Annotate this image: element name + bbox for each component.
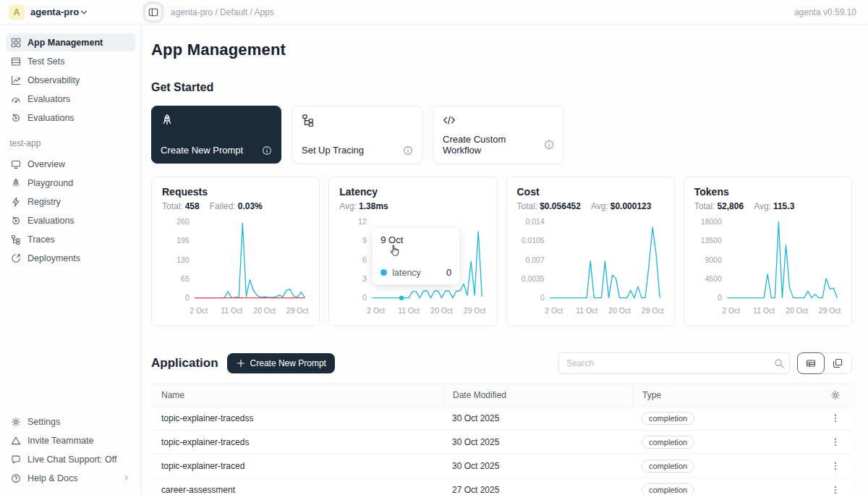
main-content: App Management Get Started Create New Pr…: [142, 25, 868, 495]
type-badge: completion: [642, 412, 694, 425]
rocket-icon: [161, 114, 174, 127]
get-started-card-set-up-tracing[interactable]: Set Up Tracing: [292, 106, 422, 164]
svg-text:2 Oct: 2 Oct: [367, 307, 385, 315]
svg-text:0: 0: [540, 294, 544, 302]
chart-title: Requests: [162, 186, 309, 198]
sidebar-item-deployments[interactable]: Deployments: [6, 249, 135, 267]
page-title: App Management: [151, 41, 852, 59]
cards-view-button[interactable]: [824, 353, 851, 373]
table-row[interactable]: career-assessment27 Oct 2025completion: [151, 478, 852, 495]
help-icon: [11, 473, 21, 483]
table-view-button[interactable]: [797, 352, 825, 374]
info-icon[interactable]: [544, 140, 554, 150]
get-started-card-create-new-prompt[interactable]: Create New Prompt: [151, 106, 281, 164]
sidebar-item-label: App Management: [27, 38, 103, 48]
sidebar-item-label: Registry: [27, 197, 61, 207]
info-icon[interactable]: [262, 145, 272, 156]
code-icon: [443, 114, 456, 127]
cost-line-chart[interactable]: 00.00350.0070.01050.0142 Oct11 Oct20 Oct…: [517, 213, 664, 321]
row-menu-icon[interactable]: [830, 413, 841, 423]
type-badge: completion: [642, 436, 694, 449]
table-row[interactable]: topic-explainer-traced30 Oct 2025complet…: [151, 454, 852, 478]
svg-text:2 Oct: 2 Oct: [722, 307, 740, 315]
series-dot: [380, 269, 387, 276]
svg-text:0.0105: 0.0105: [521, 237, 544, 245]
plus-icon: [236, 358, 246, 368]
workspace-avatar: A: [9, 4, 25, 20]
get-started-card-create-custom-workflow[interactable]: Create Custom Workflow: [433, 106, 563, 164]
panel-icon: [148, 7, 158, 17]
svg-text:0: 0: [718, 294, 722, 302]
sidebar-toggle-button[interactable]: [145, 4, 162, 21]
svg-text:9: 9: [362, 237, 367, 245]
apps-table: NameDate ModifiedType topic-explainer-tr…: [151, 384, 852, 495]
cost-chart-card: CostTotal:$0.056452Avg:$0.00012300.00350…: [506, 177, 675, 326]
gear-icon: [11, 417, 21, 427]
sidebar-item-label: Observability: [27, 75, 80, 85]
tooltip-value: 0: [446, 267, 451, 278]
sidebar-item-evaluators[interactable]: Evaluators: [6, 90, 135, 108]
sidebar-item-label: Live Chat Support: Off: [27, 454, 116, 465]
bolt-icon: [11, 197, 21, 207]
chart-title: Tokens: [694, 186, 841, 198]
svg-text:3: 3: [362, 275, 367, 283]
series-tokens: [727, 222, 837, 298]
sidebar-item-settings[interactable]: Settings: [6, 412, 135, 431]
column-settings-icon[interactable]: [830, 390, 841, 400]
app-name: topic-explainer-traced: [151, 461, 443, 471]
refresh-icon: [11, 216, 21, 226]
sidebar-item-overview[interactable]: Overview: [6, 155, 135, 173]
svg-text:0.0035: 0.0035: [521, 275, 544, 283]
sidebar-item-invite-teammate[interactable]: Invite Teammate: [6, 431, 135, 449]
search-icon: [774, 358, 784, 368]
svg-text:260: 260: [176, 218, 190, 226]
sidebar-item-evaluations[interactable]: Evaluations: [6, 211, 135, 229]
sidebar-item-observability[interactable]: Observability: [6, 71, 135, 89]
sidebar-item-registry[interactable]: Registry: [6, 192, 135, 211]
row-menu-icon[interactable]: [830, 437, 841, 447]
sidebar-item-test-sets[interactable]: Test Sets: [6, 52, 135, 70]
svg-text:18000: 18000: [700, 218, 721, 226]
workspace-switcher[interactable]: A agenta-pro: [9, 4, 133, 20]
create-new-prompt-button[interactable]: Create New Prompt: [227, 353, 335, 373]
sidebar-item-label: Overview: [27, 159, 65, 169]
svg-text:12: 12: [358, 218, 367, 226]
chart-stat: Avg:115.3: [754, 201, 794, 211]
sidebar-item-label: Invite Teammate: [27, 436, 93, 446]
column-header-type: Type: [633, 384, 819, 406]
arrow-circle-icon: [11, 253, 21, 263]
svg-text:4500: 4500: [705, 275, 721, 283]
svg-text:20 Oct: 20 Oct: [608, 307, 631, 315]
column-header-name: Name: [151, 390, 443, 400]
sidebar-item-traces[interactable]: Traces: [6, 230, 135, 248]
row-menu-icon[interactable]: [830, 485, 841, 495]
project-group-label: test-app: [9, 138, 135, 148]
info-icon[interactable]: [403, 145, 413, 156]
row-menu-icon[interactable]: [830, 461, 841, 471]
sidebar-item-playground[interactable]: Playground: [6, 174, 135, 192]
search-input[interactable]: [558, 352, 790, 374]
table-icon: [11, 56, 21, 67]
table-row[interactable]: topic-explainer-tracedss30 Oct 2025compl…: [151, 407, 852, 431]
svg-text:9000: 9000: [705, 256, 721, 264]
svg-text:29 Oct: 29 Oct: [819, 307, 841, 315]
svg-text:2 Oct: 2 Oct: [190, 307, 208, 315]
sidebar: App ManagementTest SetsObservabilityEval…: [0, 25, 142, 495]
date-modified: 30 Oct 2025: [443, 461, 633, 471]
column-header-date-modified: Date Modified: [443, 384, 633, 406]
sidebar-item-evaluations[interactable]: Evaluations: [6, 109, 135, 127]
table-row[interactable]: topic-explainer-traceds30 Oct 2025comple…: [151, 431, 852, 454]
svg-text:13500: 13500: [700, 237, 721, 245]
sidebar-item-label: Evaluators: [27, 94, 70, 104]
tokens-line-chart[interactable]: 04500900013500180002 Oct11 Oct20 Oct29 O…: [694, 213, 841, 321]
chat-icon: [11, 454, 21, 465]
sidebar-item-label: Evaluations: [27, 216, 75, 226]
type-badge: completion: [642, 460, 694, 473]
sidebar-item-app-management[interactable]: App Management: [6, 33, 135, 51]
card-label: Set Up Tracing: [302, 145, 364, 156]
svg-text:11 Oct: 11 Oct: [221, 307, 242, 315]
sidebar-item-help-docs[interactable]: Help & Docs: [6, 469, 135, 487]
svg-text:29 Oct: 29 Oct: [641, 307, 663, 315]
sidebar-item-live-chat-support-off[interactable]: Live Chat Support: Off: [6, 450, 135, 468]
requests-line-chart[interactable]: 0651301952602 Oct11 Oct20 Oct29 Oct: [162, 213, 309, 321]
